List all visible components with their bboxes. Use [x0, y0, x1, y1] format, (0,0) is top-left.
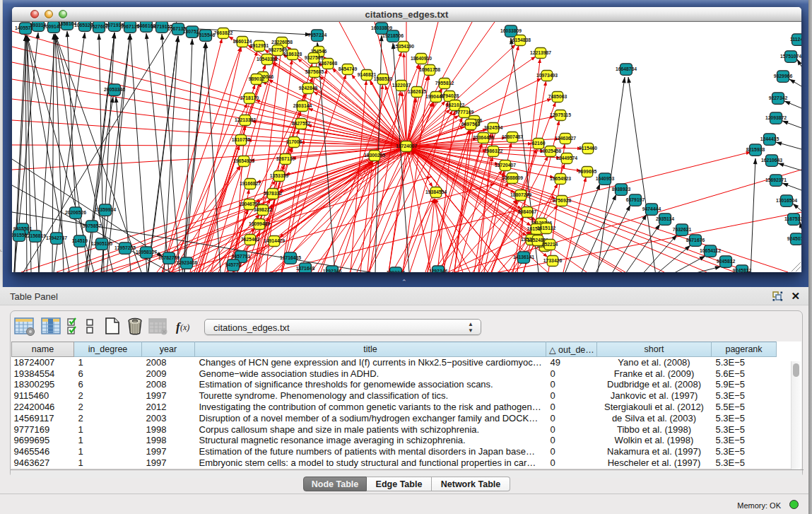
- svg-text:2718170: 2718170: [240, 95, 259, 100]
- svg-text:9084067: 9084067: [518, 209, 537, 214]
- svg-text:1292346: 1292346: [429, 269, 448, 272]
- svg-text:10025458: 10025458: [540, 148, 561, 153]
- svg-text:16648784: 16648784: [616, 66, 637, 71]
- svg-text:989012: 989012: [249, 76, 265, 81]
- svg-text:12093872: 12093872: [765, 115, 787, 120]
- svg-text:111240: 111240: [790, 37, 801, 42]
- svg-text:19654923: 19654923: [550, 176, 571, 181]
- svg-text:1615132: 1615132: [537, 226, 556, 230]
- svg-text:2803144: 2803144: [293, 103, 312, 108]
- svg-text:16033809: 16033809: [500, 28, 522, 33]
- svg-text:16154838: 16154838: [510, 37, 531, 42]
- svg-text:1371648: 1371648: [296, 266, 315, 271]
- svg-text:18300295: 18300295: [364, 153, 385, 158]
- svg-text:1810755: 1810755: [232, 137, 251, 142]
- svg-text:7663822: 7663822: [214, 30, 233, 35]
- svg-text:17957255: 17957255: [114, 245, 136, 250]
- svg-text:9242848: 9242848: [299, 86, 318, 90]
- svg-text:7485063: 7485063: [548, 94, 567, 99]
- svg-text:10807487: 10807487: [502, 134, 523, 139]
- svg-text:18807249: 18807249: [510, 192, 531, 197]
- svg-text:114519: 114519: [72, 238, 88, 243]
- svg-text:12213987: 12213987: [530, 50, 551, 55]
- svg-text:15354190: 15354190: [393, 44, 414, 49]
- svg-text:14914479: 14914479: [264, 238, 285, 243]
- svg-text:20364436: 20364436: [473, 135, 494, 140]
- svg-text:17359924: 17359924: [95, 207, 116, 212]
- svg-text:8660124: 8660124: [233, 39, 252, 44]
- svg-text:1322037: 1322037: [392, 83, 411, 88]
- svg-text:20206526: 20206526: [65, 210, 86, 215]
- svg-text:5975857: 5975857: [83, 223, 102, 228]
- svg-text:2367608: 2367608: [319, 61, 338, 66]
- svg-text:7632621: 7632621: [673, 227, 692, 232]
- svg-text:8186328: 8186328: [283, 52, 302, 57]
- svg-text:8912951: 8912951: [250, 43, 269, 48]
- svg-text:9245812: 9245812: [717, 259, 736, 264]
- svg-text:1244415: 1244415: [760, 136, 779, 141]
- svg-text:7625462: 7625462: [241, 237, 260, 242]
- svg-text:3624554: 3624554: [484, 125, 503, 130]
- svg-text:9227342: 9227342: [769, 95, 788, 100]
- svg-text:945779: 945779: [225, 262, 242, 267]
- svg-text:5875685: 5875685: [305, 69, 324, 74]
- svg-text:17942737: 17942737: [46, 235, 67, 240]
- svg-text:15692371: 15692371: [765, 177, 787, 182]
- svg-text:10973493: 10973493: [536, 73, 558, 78]
- svg-text:1733426: 1733426: [543, 258, 563, 263]
- svg-text:6497568: 6497568: [461, 122, 481, 127]
- svg-text:18640910: 18640910: [411, 56, 432, 61]
- svg-text:14136141: 14136141: [513, 255, 534, 259]
- svg-text:12213382: 12213382: [235, 117, 256, 122]
- svg-text:23226058: 23226058: [271, 40, 293, 45]
- svg-text:17016504: 17016504: [776, 198, 797, 203]
- svg-text:16961758: 16961758: [419, 67, 440, 72]
- svg-text:13716485: 13716485: [280, 255, 301, 260]
- svg-text:19654935: 19654935: [233, 158, 254, 163]
- svg-text:12923468: 12923468: [176, 260, 197, 265]
- svg-text:9327509: 9327509: [305, 55, 324, 60]
- svg-text:15720407: 15720407: [495, 163, 516, 168]
- svg-text:8938923: 8938923: [612, 187, 631, 192]
- svg-text:9756928: 9756928: [553, 198, 572, 203]
- svg-text:8427552: 8427552: [292, 121, 311, 126]
- svg-text:13463627: 13463627: [555, 136, 576, 141]
- svg-text:16782759: 16782759: [158, 255, 180, 260]
- svg-text:1292346: 1292346: [323, 269, 342, 272]
- svg-text:9777169: 9777169: [455, 110, 474, 115]
- svg-text:7357224: 7357224: [308, 33, 327, 37]
- svg-text:12975115: 12975115: [550, 112, 571, 117]
- svg-text:16210643: 16210643: [761, 158, 782, 163]
- svg-text:5878332: 5878332: [264, 191, 283, 196]
- svg-text:1353359: 1353359: [270, 173, 289, 178]
- svg-text:3267130: 3267130: [276, 156, 295, 161]
- svg-text:9245812: 9245812: [733, 268, 752, 272]
- svg-text:1640953: 1640953: [596, 176, 615, 181]
- svg-text:10958107: 10958107: [136, 250, 157, 255]
- svg-text:16099489: 16099489: [249, 221, 270, 226]
- svg-text:9245072: 9245072: [787, 236, 801, 241]
- svg-text:1362615: 1362615: [408, 89, 427, 94]
- svg-text:10046798: 10046798: [239, 201, 260, 206]
- svg-text:16033809: 16033809: [371, 25, 392, 30]
- svg-text:10543382: 10543382: [257, 57, 278, 62]
- svg-text:12449574: 12449574: [556, 156, 577, 160]
- svg-text:9457791: 9457791: [232, 254, 251, 259]
- svg-text:6794028: 6794028: [440, 93, 459, 98]
- svg-text:9474444: 9474444: [642, 206, 661, 211]
- svg-text:62160: 62160: [532, 141, 546, 146]
- svg-text:1167533: 1167533: [784, 216, 801, 221]
- svg-text:18724007: 18724007: [396, 144, 417, 148]
- svg-text:19384554: 19384554: [425, 189, 447, 194]
- svg-text:8471676: 8471676: [686, 238, 705, 243]
- svg-text:15751074: 15751074: [780, 54, 801, 59]
- svg-text:8454749: 8454749: [339, 66, 358, 71]
- svg-text:10654112: 10654112: [700, 248, 721, 253]
- svg-text:3498222: 3498222: [254, 207, 273, 212]
- svg-text:20053346: 20053346: [104, 87, 125, 92]
- svg-text:1292346: 1292346: [387, 270, 406, 272]
- svg-text:7955812: 7955812: [435, 81, 454, 86]
- svg-text:6379197: 6379197: [626, 197, 645, 202]
- svg-text:2935114: 2935114: [656, 216, 674, 221]
- svg-text:9699695: 9699695: [578, 169, 597, 174]
